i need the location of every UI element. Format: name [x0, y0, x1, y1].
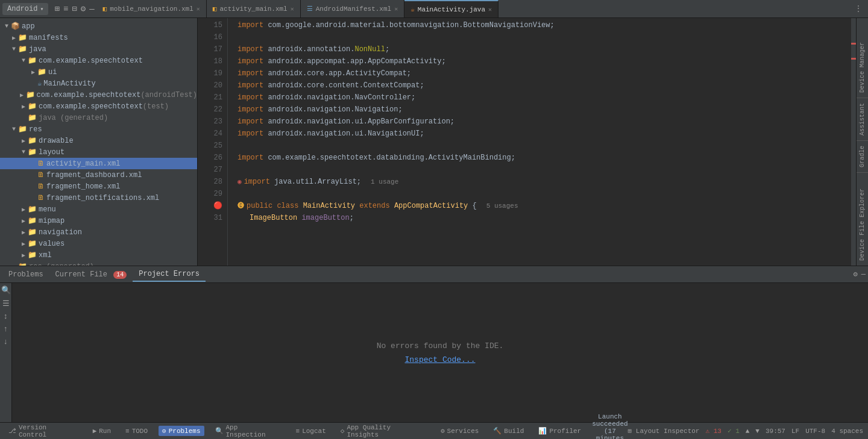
tree-item-menu[interactable]: ▶ 📁 menu	[0, 204, 197, 215]
tree-item-com-example-androidtest[interactable]: ▶ 📁 com.example.speechtotext (androidTes…	[0, 89, 197, 101]
minimize-icon[interactable]: —	[89, 4, 94, 14]
line-numbers: 15 16 17 18 19 20 21 22 23 24 25 26 27 2…	[198, 18, 228, 266]
tree-item-manifests[interactable]: ▶ 📁 manifests	[0, 32, 197, 43]
device-manager-label[interactable]: Device Manager	[859, 40, 866, 95]
tree-item-values[interactable]: ▶ 📁 values	[0, 238, 197, 249]
tree-item-label: fragment_dashboard.xml	[46, 171, 142, 179]
tree-item-com-example-test[interactable]: ▶ 📁 com.example.speechtotext (test)	[0, 101, 197, 112]
tree-item-java-generated[interactable]: 📁 java (generated)	[0, 112, 197, 123]
status-logcat[interactable]: ≡ Logcat	[292, 426, 330, 436]
tree-item-activity-main-xml[interactable]: 🗎 activity_main.xml	[0, 158, 197, 169]
status-profiler[interactable]: 📊 Profiler	[535, 426, 585, 436]
code-line-18: import androidx.appcompat.app.AppCompatA…	[237, 55, 851, 67]
status-label: App Inspection	[226, 424, 281, 438]
close-panel-icon[interactable]: —	[861, 270, 866, 279]
tree-item-layout[interactable]: ▼ 📁 layout	[0, 146, 197, 158]
tab-mobile-navigation[interactable]: ◧ mobile_navigation.xml ✕	[97, 0, 207, 17]
device-file-explorer-label[interactable]: Device File Explorer	[859, 186, 866, 263]
charset[interactable]: UTF-8	[805, 428, 825, 435]
android-selector[interactable]: Android ▾	[2, 3, 48, 15]
status-build[interactable]: 🔨 Build	[489, 426, 527, 436]
inspect-code-link[interactable]: Inspect Code...	[404, 355, 475, 364]
folder-icon: 📁	[28, 239, 37, 248]
nav-up-icon[interactable]: ▲	[746, 428, 750, 435]
arrow-icon: ▶	[19, 229, 28, 236]
arrow-up-icon[interactable]: ↑	[4, 325, 8, 334]
assistant-label[interactable]: Assistant	[859, 101, 866, 138]
filter-icon[interactable]: ☰	[2, 299, 10, 308]
status-problems[interactable]: ⊙ Problems	[159, 426, 204, 436]
tree-item-ui[interactable]: ▶ 📁 ui	[0, 66, 197, 78]
line-ending[interactable]: LF	[791, 428, 799, 435]
tree-item-label: values	[39, 240, 64, 248]
tab-label: mobile_navigation.xml	[110, 5, 193, 13]
profiler-icon: 📊	[538, 427, 547, 435]
status-app-quality[interactable]: ◇ App Quality Insights	[337, 423, 430, 440]
status-services[interactable]: ⚙ Services	[437, 426, 482, 436]
layout-inspector-link[interactable]: ⊞ Layout Inspector	[628, 427, 700, 435]
tree-item-com-example[interactable]: ▼ 📁 com.example.speechtotext	[0, 55, 197, 66]
tree-item-fragment-home[interactable]: 🗎 fragment_home.xml	[0, 181, 197, 192]
settings-icon[interactable]: ⚙	[854, 270, 858, 279]
gradle-label[interactable]: Gradle	[859, 143, 866, 170]
status-run[interactable]: ▶ Run	[89, 426, 115, 436]
arrow-down-icon[interactable]: ↓	[4, 337, 8, 346]
scroll-indicator[interactable]	[851, 18, 856, 266]
collapse-icon[interactable]: ⊟	[72, 4, 77, 14]
tab-label: AndroidManifest.xml	[316, 5, 391, 13]
tab-label: MainActivity.java	[418, 6, 485, 13]
todo-icon: ≡	[125, 428, 130, 435]
tree-item-fragment-dashboard[interactable]: 🗎 fragment_dashboard.xml	[0, 169, 197, 181]
build-icon: 🔨	[493, 427, 502, 435]
tab-current-file[interactable]: Current File 14	[49, 268, 133, 281]
tree-item-fragment-notifications[interactable]: 🗎 fragment_notifications.xml	[0, 192, 197, 204]
status-todo[interactable]: ≡ TODO	[122, 426, 151, 436]
sidebar-divider	[857, 172, 868, 173]
settings-icon[interactable]: ⚙	[81, 4, 86, 14]
split-icon[interactable]: ≡	[63, 4, 68, 14]
tab-close[interactable]: ✕	[488, 6, 492, 13]
xml-file-icon: ◧	[103, 5, 107, 13]
tree-item-java[interactable]: ▼ 📁 java	[0, 43, 197, 55]
tab-close[interactable]: ✕	[291, 5, 294, 13]
tab-main-activity[interactable]: ☕ MainActivity.java ✕	[404, 0, 498, 17]
tree-item-mipmap[interactable]: ▶ 📁 mipmap	[0, 215, 197, 226]
tree-item-res-generated[interactable]: 📁 res (generated)	[0, 261, 197, 266]
tab-project-errors[interactable]: Project Errors	[133, 267, 206, 282]
more-tabs-icon[interactable]: ⋮	[855, 4, 862, 13]
code-line-21: import androidx.navigation.NavController…	[237, 92, 851, 104]
nav-down-icon[interactable]: ▼	[755, 428, 760, 435]
code-line-17: import androidx.annotation.NonNull;	[237, 43, 851, 55]
tab-close[interactable]: ✕	[394, 5, 398, 13]
indent-spaces[interactable]: 4 spaces	[831, 428, 863, 435]
tab-android-manifest[interactable]: ☰ AndroidManifest.xml ✕	[301, 0, 404, 17]
status-app-inspection[interactable]: 🔍 App Inspection	[212, 423, 285, 440]
tab-problems[interactable]: Problems	[2, 268, 49, 281]
arrow-icon: ▶	[19, 206, 28, 213]
tree-item-mainactivity[interactable]: ☕ MainActivity	[0, 78, 197, 89]
right-sidebar: Device Manager Assistant Gradle Device F…	[856, 18, 868, 266]
status-bar-left: ⎇ Version Control ▶ Run ≡ TODO ⊙ Problem…	[5, 413, 628, 440]
tree-item-label: com.example.speechtotext	[39, 57, 143, 65]
expand-icon[interactable]: ↕	[4, 312, 8, 321]
status-label: Services	[447, 428, 479, 435]
tab-label: Current File	[55, 270, 107, 279]
tree-item-xml[interactable]: ▶ 📁 xml	[0, 249, 197, 261]
layout-icon[interactable]: ⊞	[54, 4, 59, 14]
status-bar-right: ⊞ Layout Inspector ⚠ 13 ✓ 1 ▲ ▼ 39:57 LF…	[628, 427, 863, 435]
tree-item-navigation[interactable]: ▶ 📁 navigation	[0, 226, 197, 238]
tab-bar: Android ▾ ⊞ ≡ ⊟ ⚙ — ◧ mobile_navigation.…	[0, 0, 868, 18]
tree-item-res[interactable]: ▼ 📁 res	[0, 123, 197, 135]
status-version-control[interactable]: ⎇ Version Control	[5, 423, 82, 440]
folder-icon: 📁	[37, 67, 46, 76]
tree-item-label: layout	[39, 148, 64, 157]
tree-item-app[interactable]: ▼ 📦 app	[0, 20, 197, 32]
tree-item-drawable[interactable]: ▶ 📁 drawable	[0, 135, 197, 146]
code-content[interactable]: import com.google.android.material.botto…	[228, 18, 851, 266]
arrow-icon: ▶	[19, 103, 28, 110]
code-line-22: import androidx.navigation.Navigation;	[237, 104, 851, 116]
tab-close[interactable]: ✕	[197, 5, 200, 13]
tab-activity-main[interactable]: ◧ activity_main.xml ✕	[207, 0, 301, 17]
search-icon[interactable]: 🔍	[1, 285, 11, 295]
tree-item-label: res	[29, 125, 42, 134]
